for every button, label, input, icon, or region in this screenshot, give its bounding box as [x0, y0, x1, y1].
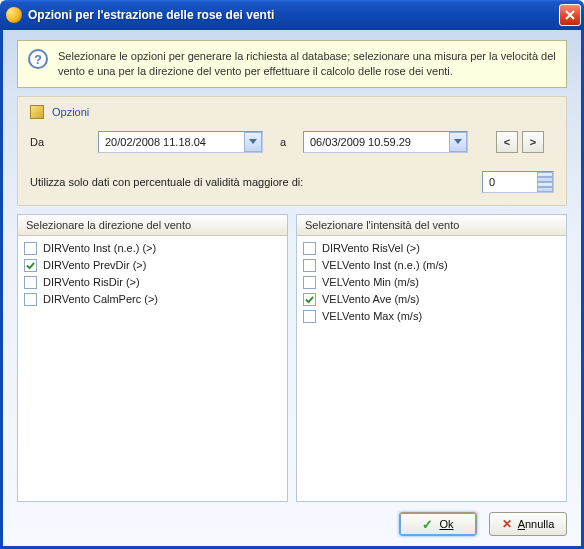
- app-icon: [6, 7, 22, 23]
- direction-item-label: DIRVento Inst (n.e.) (>): [43, 242, 156, 254]
- intensity-header: Selezionare l'intensità del vento: [297, 215, 566, 236]
- close-button[interactable]: [559, 4, 581, 26]
- direction-list-body: DIRVento Inst (n.e.) (>)DIRVento PrevDir…: [18, 236, 287, 312]
- direction-listbox: Selezionare la direzione del vento DIRVe…: [17, 214, 288, 502]
- validity-value: 0: [483, 172, 537, 192]
- spinner-down-button[interactable]: [537, 182, 553, 192]
- question-icon: ?: [28, 49, 48, 69]
- cancel-label: Annulla: [518, 518, 555, 530]
- chevron-up-icon: [538, 176, 552, 178]
- from-label: Da: [30, 136, 88, 148]
- direction-checkbox[interactable]: [24, 259, 37, 272]
- direction-item[interactable]: DIRVento Inst (n.e.) (>): [24, 240, 281, 257]
- spinner-up-button[interactable]: [537, 172, 553, 182]
- date-row: Da 20/02/2008 11.18.04 a 06/03/2009 10.5…: [30, 131, 554, 153]
- intensity-item[interactable]: DIRVento RisVel (>): [303, 240, 560, 257]
- direction-item[interactable]: DIRVento RisDir (>): [24, 274, 281, 291]
- intensity-item-label: VELVento Ave (m/s): [322, 293, 419, 305]
- intensity-item[interactable]: VELVento Max (m/s): [303, 308, 560, 325]
- window-title: Opzioni per l'estrazione delle rose dei …: [28, 8, 559, 22]
- date-from-value: 20/02/2008 11.18.04: [99, 136, 244, 148]
- direction-header: Selezionare la direzione del vento: [18, 215, 287, 236]
- close-icon: [565, 10, 575, 20]
- info-banner: ? Selezionare le opzioni per generare la…: [17, 40, 567, 88]
- intensity-item-label: DIRVento RisVel (>): [322, 242, 420, 254]
- intensity-checkbox[interactable]: [303, 259, 316, 272]
- to-label: a: [277, 136, 289, 148]
- validity-label: Utilizza solo dati con percentuale di va…: [30, 176, 472, 188]
- date-to-value: 06/03/2009 10.59.29: [304, 136, 449, 148]
- cancel-button[interactable]: ✕ Annulla: [489, 512, 567, 536]
- direction-checkbox[interactable]: [24, 293, 37, 306]
- prev-button[interactable]: <: [496, 131, 518, 153]
- intensity-item-label: VELVento Max (m/s): [322, 310, 422, 322]
- chevron-down-icon: [538, 186, 552, 188]
- validity-row: Utilizza solo dati con percentuale di va…: [30, 171, 554, 193]
- intensity-checkbox[interactable]: [303, 310, 316, 323]
- intensity-checkbox[interactable]: [303, 276, 316, 289]
- ok-label: Ok: [439, 518, 453, 530]
- panel-title: Opzioni: [52, 106, 89, 118]
- intensity-item[interactable]: VELVento Min (m/s): [303, 274, 560, 291]
- date-to-dropdown-button[interactable]: [449, 132, 467, 152]
- options-icon: [30, 105, 44, 119]
- intensity-checkbox[interactable]: [303, 293, 316, 306]
- ok-button[interactable]: ✓ Ok: [399, 512, 477, 536]
- direction-checkbox[interactable]: [24, 242, 37, 255]
- direction-item[interactable]: DIRVento CalmPerc (>): [24, 291, 281, 308]
- validity-spinner[interactable]: 0: [482, 171, 554, 193]
- footer-buttons: ✓ Ok ✕ Annulla: [17, 512, 567, 536]
- intensity-item-label: VELVento Min (m/s): [322, 276, 419, 288]
- intensity-item-label: VELVento Inst (n.e.) (m/s): [322, 259, 448, 271]
- date-nav-buttons: < >: [496, 131, 544, 153]
- options-panel: Opzioni Da 20/02/2008 11.18.04 a 06/03/2…: [17, 96, 567, 206]
- direction-item-label: DIRVento RisDir (>): [43, 276, 140, 288]
- date-to-input[interactable]: 06/03/2009 10.59.29: [303, 131, 468, 153]
- x-icon: ✕: [502, 517, 512, 531]
- chevron-down-icon: [454, 139, 462, 144]
- intensity-checkbox[interactable]: [303, 242, 316, 255]
- panel-header: Opzioni: [30, 105, 554, 119]
- direction-checkbox[interactable]: [24, 276, 37, 289]
- next-button[interactable]: >: [522, 131, 544, 153]
- intensity-listbox: Selezionare l'intensità del vento DIRVen…: [296, 214, 567, 502]
- intensity-item[interactable]: VELVento Ave (m/s): [303, 291, 560, 308]
- check-icon: [305, 295, 314, 304]
- date-from-dropdown-button[interactable]: [244, 132, 262, 152]
- titlebar[interactable]: Opzioni per l'estrazione delle rose dei …: [0, 0, 584, 30]
- check-icon: [26, 261, 35, 270]
- date-from-input[interactable]: 20/02/2008 11.18.04: [98, 131, 263, 153]
- check-icon: ✓: [422, 517, 433, 532]
- direction-item-label: DIRVento PrevDir (>): [43, 259, 146, 271]
- info-text: Selezionare le opzioni per generare la r…: [58, 49, 556, 79]
- window-body: ? Selezionare le opzioni per generare la…: [0, 30, 584, 549]
- intensity-list-body: DIRVento RisVel (>)VELVento Inst (n.e.) …: [297, 236, 566, 329]
- intensity-item[interactable]: VELVento Inst (n.e.) (m/s): [303, 257, 560, 274]
- direction-item-label: DIRVento CalmPerc (>): [43, 293, 158, 305]
- lists-container: Selezionare la direzione del vento DIRVe…: [17, 214, 567, 502]
- chevron-down-icon: [249, 139, 257, 144]
- direction-item[interactable]: DIRVento PrevDir (>): [24, 257, 281, 274]
